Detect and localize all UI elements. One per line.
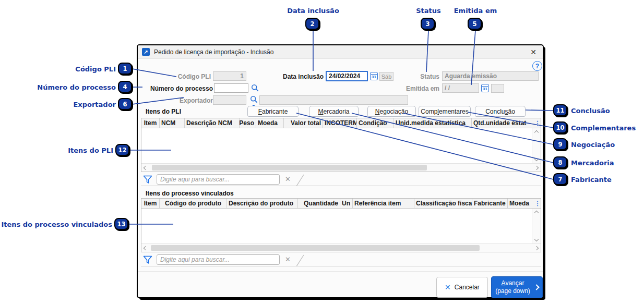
column-header[interactable]: Unid.medida estatística [394,118,472,128]
callout-badge: 8 [553,156,567,168]
advance-label-line2: (page down) [495,287,530,295]
column-menu-icon[interactable]: ⋮ [534,118,541,128]
numero-processo-input[interactable] [214,83,248,93]
tab-label: Mercadoria [318,108,349,115]
column-header[interactable]: NCM [160,118,185,128]
scroll-right-icon[interactable] [532,164,541,172]
advance-label: Avançar (page down) [495,279,530,295]
scroll-up-icon[interactable] [534,130,539,135]
tab-label: Conclusão [485,108,515,115]
scrollbar-thumb[interactable] [151,245,480,251]
callout-badge: 11 [553,104,567,116]
filter-icon[interactable] [143,255,152,264]
column-header[interactable]: Item [141,118,160,128]
column-header[interactable]: INCOTERM [323,118,357,128]
horizontal-scrollbar[interactable] [141,243,541,252]
table-body-empty [141,209,541,243]
filter-tab-edge [295,174,305,186]
callout-label: Itens do processo vinculados [1,221,112,228]
callout-label: Complementares [571,124,636,132]
column-header[interactable]: Descrição do produto [227,199,298,208]
exportador-label: Exportador [161,97,213,104]
column-header[interactable]: Item [141,199,160,208]
calendar-icon[interactable]: 31 [370,72,378,80]
exportador-code-input [213,95,246,105]
column-header[interactable]: Qtd.unidade estat [472,118,534,128]
emitida-em-label: Emitida em [398,85,439,92]
emitida-weekday-indicator [491,84,504,93]
data-inclusao-input[interactable] [326,71,368,81]
horizontal-scrollbar[interactable] [141,163,541,172]
itens-pli-filter-bar: ✕ [141,174,541,186]
column-header[interactable]: Referência item [353,199,414,208]
scroll-left-icon[interactable] [141,164,150,172]
scroll-right-icon[interactable] [532,244,541,252]
itens-processo-filter-bar: ✕ [141,254,541,266]
search-dropdown-icon[interactable] [250,95,258,104]
callout-label: Mercadoria [571,159,614,167]
callout-label: Conclusão [571,107,610,115]
clear-search-icon[interactable]: ✕ [285,255,291,263]
callout-badge: 13 [114,218,128,230]
callout-badge: 7 [553,173,567,185]
callout-label: Negociação [571,141,615,149]
itens-pli-title: Itens do PLI [146,108,181,115]
tab-label-part: ementares [439,108,469,115]
tab-label-part: Conclu [485,108,505,115]
scroll-down-icon[interactable] [534,237,539,241]
scroll-up-icon[interactable] [534,211,539,215]
clear-search-icon[interactable]: ✕ [285,175,291,183]
column-header[interactable]: Descrição NCM [185,118,240,128]
scrollbar-thumb[interactable] [152,165,427,170]
column-menu-icon[interactable]: ⋮ [534,199,541,208]
scroll-left-icon[interactable] [141,244,150,252]
tab-label-part: egociação [379,108,408,115]
tab-fabricante[interactable]: Fabricante [247,106,299,117]
search-input[interactable] [157,174,280,185]
column-header[interactable]: Un [340,199,353,208]
scroll-down-icon[interactable] [534,157,539,161]
filter-icon[interactable] [143,175,152,184]
callout-label: Número do processo [37,83,116,91]
column-header[interactable]: Moeda [256,118,284,128]
table-body-empty [141,128,541,163]
callout-label: Fabricante [571,176,612,184]
column-header[interactable]: Quantidade [298,199,340,208]
tab-negociacao[interactable]: Negociação [367,106,416,117]
vertical-scrollbar[interactable] [532,128,541,163]
codigo-pli-input [213,71,246,81]
vertical-scrollbar[interactable] [532,209,541,243]
callout-badge: 3 [421,18,435,30]
cancel-button[interactable]: ✕ Cancelar [436,277,488,298]
tab-label-part: ão [508,108,515,115]
tab-conclusao[interactable]: Conclusão [475,106,526,117]
search-icon[interactable] [251,84,259,92]
callout-label: Data inclusão [279,7,347,15]
column-header[interactable]: Condição [357,118,394,128]
column-header[interactable]: Peso [240,118,256,128]
itens-processo-title: Itens do processo vinculados [146,190,234,197]
search-input[interactable] [157,254,280,265]
status-label: Status [398,73,439,80]
numero-processo-label: Número do processo [148,85,213,92]
callout-badge: 4 [118,81,132,93]
emitida-em-input [442,83,479,93]
tab-label-part: abricante [262,108,288,115]
calendar-icon[interactable]: 31 [481,84,489,92]
column-header[interactable]: Código do produto [160,199,227,208]
close-icon[interactable]: ✕ [528,48,539,56]
advance-button[interactable]: Avançar (page down) [491,276,543,298]
column-header[interactable]: Classificação fiscal [414,199,472,208]
column-header[interactable]: Valor total [284,118,323,128]
callout-label: Exportador [73,101,116,108]
column-header[interactable]: Fabricante [472,199,508,208]
tab-complementares[interactable]: Complementares [419,106,471,117]
callout-badge: 10 [553,121,567,133]
itens-processo-table: Item Código do produto Descrição do prod… [141,198,541,252]
window-icon: ↗ [142,48,150,56]
title-bar: ↗ Pedido de licença de importação - Incl… [138,45,543,59]
column-header[interactable]: Moeda [508,199,534,208]
tab-mercadoria[interactable]: Mercadoria [309,106,359,117]
callout-badge: 1 [118,63,132,75]
help-icon[interactable]: ? [532,61,542,71]
